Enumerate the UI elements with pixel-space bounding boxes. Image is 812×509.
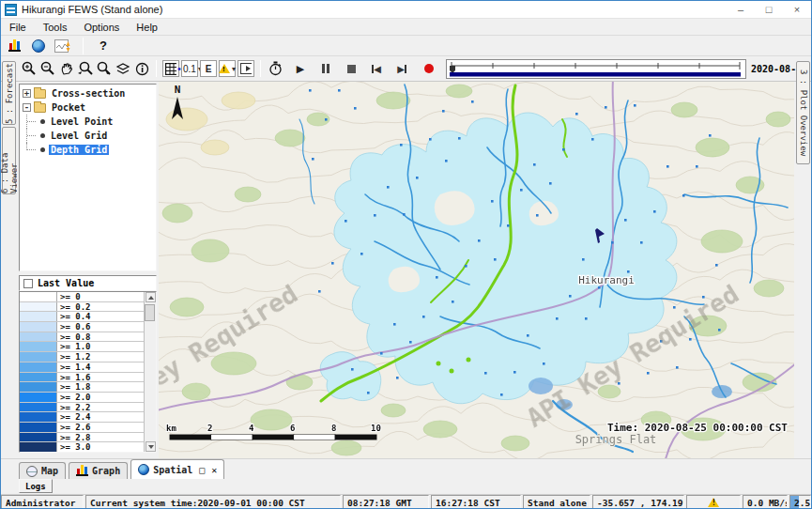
pause-button[interactable] [317,59,334,78]
minimize-button[interactable]: – [727,1,755,18]
bullet-icon [40,133,45,138]
menu-tools[interactable]: Tools [35,19,76,35]
legend-swatch [20,403,57,412]
title-bar: Hikurangi FEWS (Stand alone) – □ × [1,1,811,19]
spatial-map[interactable]: N API Key Required API Key Required Hiku… [159,82,794,458]
skip-to-start-button[interactable]: ◀ [368,59,385,78]
svg-text:4: 4 [249,424,254,433]
legend-row[interactable]: >= 2.6 [20,423,144,433]
legend-swatch [20,423,57,432]
play-button[interactable]: ▶ [292,59,309,78]
layers-icon[interactable] [115,59,131,78]
menu-bar: File Tools Options Help [1,19,811,35]
scroll-up-icon[interactable] [146,292,156,302]
tree-item-pocket[interactable]: - Pocket [22,100,156,115]
menu-help[interactable]: Help [128,19,166,35]
tree-item-label[interactable]: Cross-section [50,88,127,99]
close-button[interactable]: × [783,1,811,18]
tab-spatial[interactable]: Spatial □ ✕ [130,459,224,479]
legend-row-label: >= 0 [57,292,81,301]
contour-interval-dropdown[interactable]: • 0.1 ▾ [181,60,198,77]
tree-item-depth-grid[interactable]: Depth Grid [22,143,156,157]
movie-export-button[interactable] [237,60,254,77]
thresholds-dropdown[interactable]: ▾ [219,60,236,77]
legend-row[interactable]: >= 1.8 [20,382,144,393]
tab-close-icon[interactable]: ✕ [211,465,217,475]
logs-button[interactable]: Logs [19,479,53,493]
tree-item-label[interactable]: Depth Grid [49,145,109,155]
legend-row-label: >= 2.8 [57,433,91,442]
svg-text:6: 6 [290,424,295,433]
zoom-out-icon[interactable] [39,59,56,78]
tree-guide [26,129,39,143]
legend-row[interactable]: >= 1.0 [20,342,144,352]
expand-icon[interactable]: + [23,89,31,98]
zoom-in-icon[interactable] [21,59,38,78]
zoom-next-icon[interactable] [96,59,113,78]
legend-row[interactable]: >= 0.8 [20,332,144,343]
menu-file[interactable]: File [1,19,35,35]
legend-row[interactable]: >= 1.6 [20,373,144,383]
legend-row[interactable]: >= 3.0 [20,442,144,452]
time-slider[interactable] [446,59,746,79]
map-display-globe-icon[interactable] [30,37,47,55]
tree-guide [26,115,39,129]
legend-row[interactable]: >= 1.2 [20,352,144,362]
tab-map-label: Map [41,466,58,476]
help-button[interactable]: ? [95,37,112,55]
scroll-down-icon[interactable] [146,441,156,452]
tab-map[interactable]: Map [19,462,66,479]
spatial-globe-icon [138,464,149,475]
pan-hand-icon[interactable] [58,59,75,78]
tab-graph[interactable]: Graph [69,462,128,479]
interval-value: 0.1 [183,64,196,74]
main-toolbar: ? [1,35,811,55]
legend-row[interactable]: >= 2.0 [20,393,144,403]
skip-to-end-button[interactable]: ▶ [393,59,410,78]
legend-row[interactable]: >= 0.4 [20,312,144,322]
filters-panel: + Cross-section - Pocket Level Point Lev… [17,82,159,458]
tree-item-label[interactable]: Level Point [49,116,115,127]
time-slider-handle[interactable] [450,66,455,73]
legend-row[interactable]: >= 0.2 [20,302,144,313]
record-button[interactable] [421,59,437,78]
pause-icon [322,64,329,73]
grid-icon [165,63,176,75]
logs-row: Logs [1,479,811,494]
legend-row[interactable]: >= 0.6 [20,322,144,332]
collapse-icon[interactable]: - [23,103,31,112]
bar-icon [372,65,374,73]
legend-row[interactable]: >= 1.4 [20,362,144,373]
bullet-icon [40,147,45,152]
legend-row[interactable]: >= 2.2 [20,403,144,413]
animation-timer-icon[interactable] [267,59,283,78]
sidebar-tab-forecast[interactable]: 5 : Forecast [2,61,16,125]
tab-maximize-icon[interactable]: □ [199,465,205,475]
status-download-rate: 0.0 MB/s [743,495,788,509]
longitudinal-profile-icon[interactable] [54,37,71,55]
stop-button[interactable] [343,59,360,78]
tree-item-label[interactable]: Pocket [50,102,87,113]
bar-chart-icon [8,40,21,52]
database-chart-icon[interactable] [6,37,23,55]
scrollbar-thumb[interactable] [145,304,155,321]
legend-row[interactable]: >= 0 [20,292,144,302]
legend-row[interactable]: >= 2.8 [20,433,144,443]
last-value-checkbox[interactable] [23,279,33,288]
legend-row[interactable]: >= 2.4 [20,412,144,423]
tree-item-label[interactable]: Level Grid [49,131,109,141]
legend-swatch [20,412,57,422]
maximize-button[interactable]: □ [755,1,783,18]
legend-toggle-button[interactable]: E [200,60,217,77]
status-warning-cell[interactable] [686,495,741,509]
menu-options[interactable]: Options [75,19,128,35]
record-icon [424,64,434,73]
zoom-previous-icon[interactable] [77,59,94,78]
info-icon[interactable] [133,59,150,78]
tree-item-level-point[interactable]: Level Point [22,115,156,129]
sidebar-tab-plot-overview[interactable]: 3 : Plot Overview [796,61,810,164]
legend-scrollbar[interactable] [144,292,156,452]
tree-item-cross-section[interactable]: + Cross-section [22,86,156,100]
tree-item-level-grid[interactable]: Level Grid [22,129,156,143]
sidebar-tab-data-viewer[interactable]: 6 : Data Viewer [2,127,16,194]
